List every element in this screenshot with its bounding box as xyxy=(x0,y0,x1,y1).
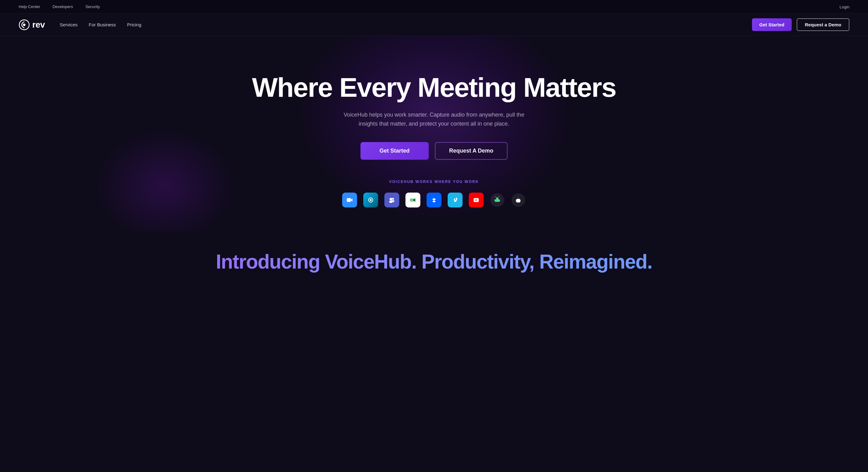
svg-point-18 xyxy=(498,198,498,198)
nav-left: rev Services For Business Pricing xyxy=(19,19,141,30)
google-meet-icon xyxy=(405,193,420,208)
android-icon xyxy=(490,193,505,208)
nav-links: Services For Business Pricing xyxy=(60,22,142,27)
hero-buttons: Get Started Request A Demo xyxy=(19,142,849,160)
svg-rect-14 xyxy=(472,196,480,204)
svg-point-8 xyxy=(390,198,392,200)
help-center-link[interactable]: Help Center xyxy=(19,4,40,9)
teams-icon xyxy=(384,193,399,208)
logo[interactable]: rev xyxy=(19,19,45,30)
nav-get-started-button[interactable]: Get Started xyxy=(752,18,792,31)
nav-for-business-link[interactable]: For Business xyxy=(89,22,116,27)
hero-get-started-button[interactable]: Get Started xyxy=(361,142,429,160)
top-bar: Help Center Developers Security Login xyxy=(0,0,868,14)
svg-point-6 xyxy=(392,198,394,200)
nav-right: Get Started Request a Demo xyxy=(752,18,849,31)
intro-title: Introducing VoiceHub. Productivity, Reim… xyxy=(19,251,849,273)
svg-point-1 xyxy=(23,24,25,26)
top-bar-links: Help Center Developers Security xyxy=(19,4,100,9)
hero-content: Where Every Meeting Matters VoiceHub hel… xyxy=(19,73,849,208)
svg-rect-21 xyxy=(495,199,495,201)
hero-title: Where Every Meeting Matters xyxy=(248,73,620,102)
zoom-icon xyxy=(342,193,357,208)
security-link[interactable]: Security xyxy=(85,4,100,9)
svg-point-17 xyxy=(496,198,497,198)
svg-rect-9 xyxy=(389,201,393,203)
main-nav: rev Services For Business Pricing Get St… xyxy=(0,14,868,36)
login-link[interactable]: Login xyxy=(839,5,849,9)
webex-icon xyxy=(363,193,378,208)
nav-pricing-link[interactable]: Pricing xyxy=(127,22,142,27)
hero-request-demo-button[interactable]: Request A Demo xyxy=(435,142,508,160)
youtube-icon xyxy=(469,193,484,208)
svg-rect-5 xyxy=(388,196,396,204)
svg-point-4 xyxy=(370,199,372,201)
vimeo-icon xyxy=(448,193,463,208)
apple-icon xyxy=(511,193,526,208)
svg-rect-11 xyxy=(411,199,413,201)
intro-section: Introducing VoiceHub. Productivity, Reim… xyxy=(0,232,868,285)
rev-logo-icon xyxy=(19,19,30,30)
nav-services-link[interactable]: Services xyxy=(60,22,78,27)
logo-text: rev xyxy=(32,20,45,30)
nav-request-demo-button[interactable]: Request a Demo xyxy=(797,18,849,31)
hero-subtitle: VoiceHub helps you work smarter. Capture… xyxy=(341,111,527,128)
works-where-you-work-label: VOICEHUB WORKS WHERE YOU WORK xyxy=(19,180,849,184)
svg-rect-22 xyxy=(499,199,500,201)
dropbox-icon xyxy=(427,193,441,208)
top-bar-right: Login xyxy=(839,4,849,10)
developers-link[interactable]: Developers xyxy=(53,4,73,9)
hero-section: Where Every Meeting Matters VoiceHub hel… xyxy=(0,36,868,232)
integration-icons xyxy=(19,193,849,208)
